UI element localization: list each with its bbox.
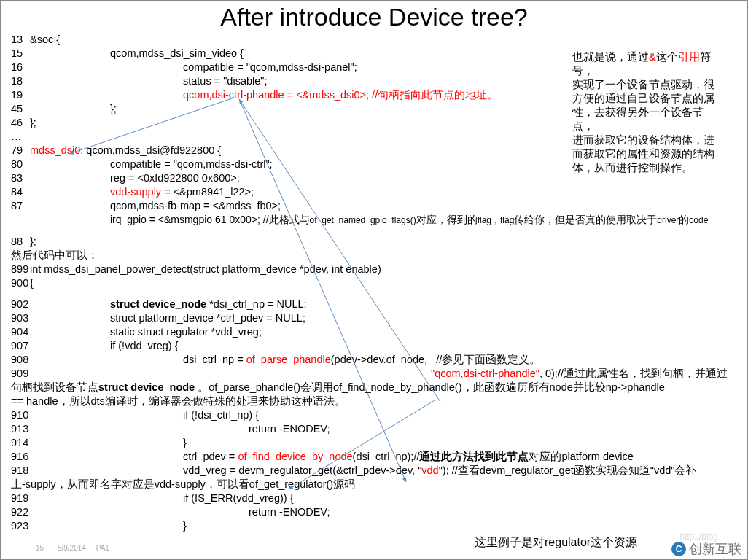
code-text: }: [183, 519, 187, 533]
zh-comment: 句柄找到设备节点struct device_node 。of_parse_pha…: [11, 381, 747, 394]
code-line: 899int mdss_dsi_panel_power_detect(struc…: [11, 262, 747, 276]
line-num: 918: [11, 464, 30, 478]
code-line: 910if (!dsi_ctrl_np) {: [11, 408, 747, 422]
zh-comment: == handle，所以dts编译时，编译器会做特殊的处理来协助这种语法。: [11, 394, 747, 408]
slide-page: After introduce Device tree? 也就是说，通过&这个引…: [0, 0, 748, 560]
line-num: 913: [11, 422, 30, 436]
footer-label: PA1: [96, 544, 109, 552]
code-line: 902struct device_node *dsi_ctrl_np = NUL…: [11, 298, 747, 311]
code-line: 907if (!vdd_vreg) {: [11, 339, 747, 353]
line-num: 79: [11, 144, 30, 158]
code-red: "qcom,dsi-ctrl-phandle": [431, 368, 539, 379]
line-num: 88: [11, 235, 30, 249]
code-line: irq_gpio = <&msmgpio 61 0x00>; //此格式与of_…: [11, 213, 747, 228]
code-text: }: [183, 436, 187, 450]
line-num: 910: [11, 408, 30, 422]
line-num: 18: [11, 74, 30, 88]
line-num: 84: [11, 185, 30, 199]
code-text: : qcom,mdss_dsi@fd922800 {: [80, 144, 221, 156]
code-text: struct platform_device *ctrl_pdev = NULL…: [110, 311, 305, 325]
code-text-small: of_get_named_gpio_flags(): [310, 215, 416, 225]
line-num: 16: [11, 61, 30, 74]
line-num: 45: [11, 102, 30, 116]
code-text: compatible = "qcom,mdss-dsi-panel";: [183, 61, 357, 74]
page-badge: 15: [36, 544, 44, 552]
code-line: 922return -ENODEV;: [11, 505, 747, 519]
code-text: 对应，得到的: [416, 214, 478, 225]
code-text: , 0);//通过此属性名，找到句柄，并通过: [539, 368, 728, 379]
bottom-annotation: 这里例子是对regulator这个资源: [475, 535, 637, 551]
code-text: reg = <0xfd922800 0x600>;: [110, 171, 240, 185]
line-num: 903: [11, 311, 30, 325]
code-line: 13&soc {: [11, 33, 747, 47]
code-text: if (!vdd_vreg) {: [110, 339, 179, 353]
line-num: 83: [11, 171, 30, 185]
code-text: *dsi_ctrl_np = NULL;: [206, 298, 306, 310]
code-red: mdss_dsi0: [30, 144, 80, 156]
code-content: 13&soc { 15qcom,mdss_dsi_sim_video { 16c…: [11, 33, 747, 559]
code-line: 909"qcom,dsi-ctrl-phandle", 0);//通过此属性名，…: [11, 367, 747, 381]
code-line: 914}: [11, 436, 747, 450]
code-text: };: [30, 117, 36, 128]
line-num: 87: [11, 199, 30, 213]
code-line: 913return -ENODEV;: [11, 422, 747, 436]
code-text: return -ENODEV;: [249, 505, 330, 519]
line-num: 19: [11, 88, 30, 102]
line-num: 900: [11, 276, 30, 290]
code-text: static struct regulator *vdd_vreg;: [110, 325, 262, 339]
code-text: irq_gpio = <&msmgpio 61 0x00>; //此格式与: [110, 214, 310, 225]
code-line: 16compatible = "qcom,mdss-dsi-panel";: [11, 61, 747, 74]
code-line: 83reg = <0xfd922800 0x600>;: [11, 171, 747, 185]
watermark-logo-icon: C: [671, 542, 686, 556]
code-text: if (IS_ERR(vdd_vreg)) {: [183, 491, 294, 505]
code-red: qcom,dsi-ctrl-phandle = <&mdss_dsi0>; //…: [183, 88, 498, 102]
zh-comment: 上-supply，从而即名字对应是vdd-supply，可以看of_get_re…: [11, 478, 747, 491]
code-bold: struct device_node: [110, 298, 206, 310]
line-num: 899: [11, 262, 30, 276]
code-line: 908dsi_ctrl_np = of_parse_phandle(pdev->…: [11, 353, 747, 367]
line-num: 916: [11, 450, 30, 464]
code-line: 923}: [11, 519, 747, 533]
code-text: qcom,mdss_dsi_sim_video {: [110, 47, 244, 61]
code-line: 919if (IS_ERR(vdd_vreg)) {: [11, 491, 747, 505]
line-num: 909: [11, 367, 30, 381]
line-num: 907: [11, 339, 30, 353]
watermark-text: 创新互联: [689, 540, 741, 558]
code-text: };: [110, 102, 117, 116]
line-num: 914: [11, 436, 30, 450]
code-line: 88};: [11, 235, 747, 249]
code-line: 19qcom,dsi-ctrl-phandle = <&mdss_dsi0>; …: [11, 88, 747, 102]
code-line: 903struct platform_device *ctrl_pdev = N…: [11, 311, 747, 325]
slide-footer: 15 5/9/2014 PA1: [36, 544, 109, 552]
code-line: 15qcom,mdss_dsi_sim_video {: [11, 47, 747, 61]
watermark: C 创新互联: [671, 540, 741, 558]
line-num: 908: [11, 353, 30, 367]
code-text: status = "disable";: [183, 74, 267, 88]
code-line: 84vdd-supply = <&pm8941_l22>;: [11, 185, 747, 199]
line-num: 923: [11, 519, 30, 533]
line-num: 15: [11, 47, 30, 61]
ellipsis-line: …: [11, 130, 747, 144]
code-text: = <&pm8941_l22>;: [161, 186, 254, 198]
code-line: 918vdd_vreg = devm_regulator_get(&ctrl_p…: [11, 464, 747, 478]
spacer: [11, 228, 747, 235]
code-line: 18status = "disable";: [11, 74, 747, 88]
code-text: compatible = "qcom,mdss-dsi-ctrl";: [110, 158, 273, 171]
line-num: 902: [11, 298, 30, 311]
zh-comment: 然后代码中可以：: [11, 249, 747, 262]
code-line: 79mdss_dsi0: qcom,mdss_dsi@fd922800 {: [11, 144, 747, 158]
code-text: qcom,mdss-fb-map = <&mdss_fb0>;: [110, 199, 281, 213]
line-num: 46: [11, 116, 30, 130]
line-num: 904: [11, 325, 30, 339]
code-red: of_parse_phandle: [246, 354, 331, 365]
slide-title: After introduce Device tree?: [1, 1, 747, 31]
code-text: int mdss_dsi_panel_power_detect(struct p…: [30, 263, 381, 275]
code-text: if (!dsi_ctrl_np) {: [183, 408, 259, 422]
code-line: 87qcom,mdss-fb-map = <&mdss_fb0>;: [11, 199, 747, 213]
code-text: (pdev->dev.of_node, //参见下面函数定义。: [331, 354, 540, 365]
footer-date: 5/9/2014: [58, 544, 86, 552]
code-red: vdd-supply: [110, 186, 161, 198]
code-text: dsi_ctrl_np =: [183, 354, 246, 365]
code-text: return -ENODEV;: [249, 422, 330, 436]
line-num: 922: [11, 505, 30, 519]
